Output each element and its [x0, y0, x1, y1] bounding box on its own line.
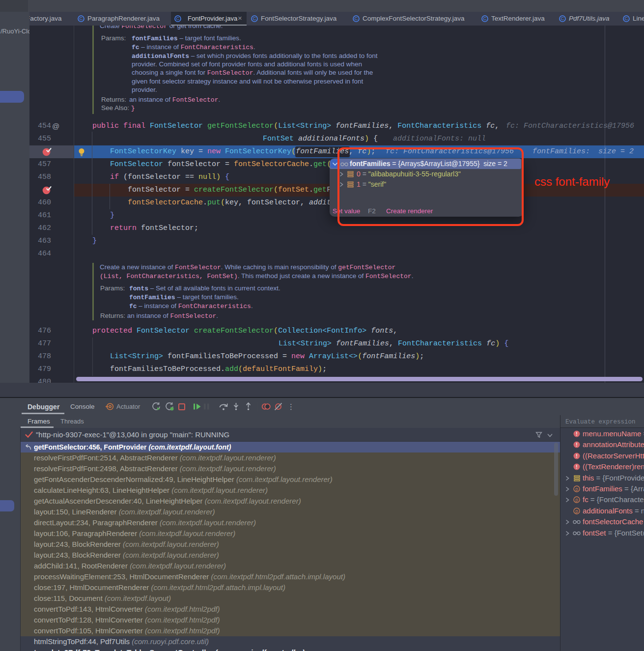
svg-text:p: p: [575, 497, 578, 503]
svg-text:!: !: [576, 431, 577, 437]
svg-text:!: !: [576, 464, 577, 470]
svg-text:!: !: [576, 453, 577, 459]
svg-text:p: p: [575, 509, 578, 514]
svg-text:!: !: [576, 442, 577, 448]
svg-text:p: p: [575, 486, 578, 492]
